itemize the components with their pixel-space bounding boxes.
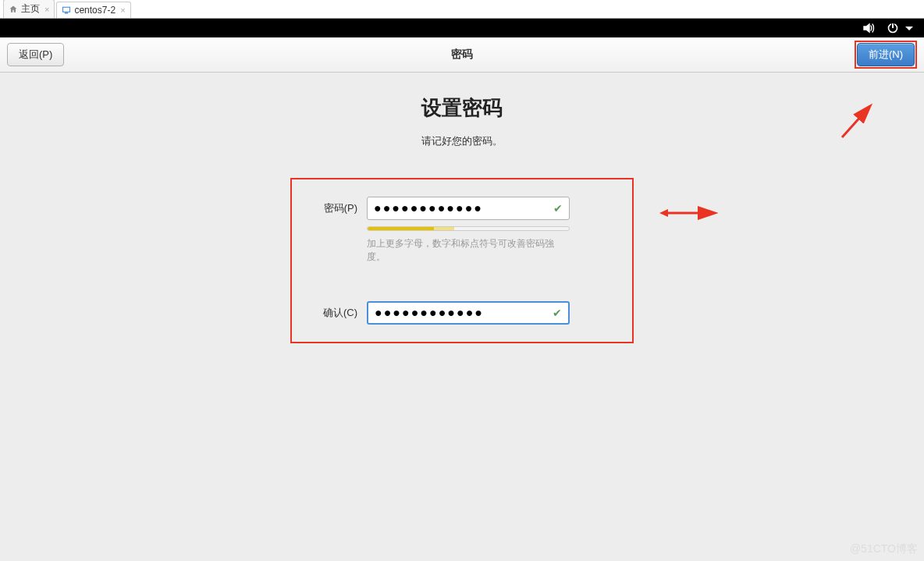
tab-home-close-icon[interactable]: × bbox=[44, 5, 49, 14]
tab-vm-close-icon[interactable]: × bbox=[120, 5, 125, 15]
password-input[interactable]: ●●●●●●●●●●●● ✔ bbox=[367, 197, 570, 220]
confirm-label: 确认(C) bbox=[309, 301, 357, 320]
password-hint: 加上更多字母，数字和标点符号可改善密码強度。 bbox=[367, 237, 570, 264]
svg-marker-9 bbox=[659, 209, 668, 217]
tab-vm-label: centos7-2 bbox=[74, 5, 116, 16]
tab-vm[interactable]: centos7-2 × bbox=[56, 2, 130, 18]
password-strength-meter bbox=[367, 226, 570, 231]
tab-home-label: 主页 bbox=[21, 2, 40, 16]
chevron-down-icon[interactable] bbox=[905, 27, 913, 30]
dialog-header: 返回(P) 密码 前进(N) bbox=[0, 37, 924, 73]
page-heading: 设置密码 bbox=[0, 94, 924, 122]
home-icon bbox=[9, 5, 18, 14]
annotation-highlight-forward: 前进(N) bbox=[855, 41, 917, 69]
power-icon[interactable] bbox=[887, 22, 899, 34]
password-value: ●●●●●●●●●●●● bbox=[374, 201, 483, 215]
confirm-value: ●●●●●●●●●●●● bbox=[375, 306, 484, 320]
system-tray bbox=[0, 19, 924, 37]
vm-icon bbox=[62, 5, 71, 15]
svg-rect-0 bbox=[63, 7, 70, 12]
svg-marker-2 bbox=[864, 24, 869, 32]
annotation-arrow-side bbox=[656, 205, 718, 221]
dialog-title: 密码 bbox=[451, 48, 473, 62]
confirm-row: 确认(C) ●●●●●●●●●●●● ✔ bbox=[309, 301, 615, 325]
confirm-input[interactable]: ●●●●●●●●●●●● ✔ bbox=[367, 301, 570, 325]
page-subtitle: 请记好您的密码。 bbox=[0, 134, 924, 148]
back-button[interactable]: 返回(P) bbox=[7, 43, 64, 66]
forward-button[interactable]: 前进(N) bbox=[857, 43, 915, 66]
check-icon: ✔ bbox=[553, 307, 562, 319]
annotation-highlight-form: 密码(P) ●●●●●●●●●●●● ✔ 加上更多字母，数字和标点符号可改善密码… bbox=[290, 178, 634, 343]
watermark: @51CTO博客 bbox=[850, 542, 918, 556]
svg-rect-1 bbox=[65, 12, 69, 14]
password-row: 密码(P) ●●●●●●●●●●●● ✔ 加上更多字母，数字和标点符号可改善密码… bbox=[309, 197, 615, 264]
content-area: 设置密码 请记好您的密码。 密码(P) ●●●●●●●●●●●● ✔ 加上更多字… bbox=[0, 73, 924, 561]
password-label: 密码(P) bbox=[309, 197, 357, 215]
check-icon: ✔ bbox=[553, 202, 563, 215]
volume-icon[interactable] bbox=[863, 23, 876, 34]
tab-home[interactable]: 主页 × bbox=[3, 0, 55, 18]
tab-bar: 主页 × centos7-2 × bbox=[0, 0, 924, 19]
